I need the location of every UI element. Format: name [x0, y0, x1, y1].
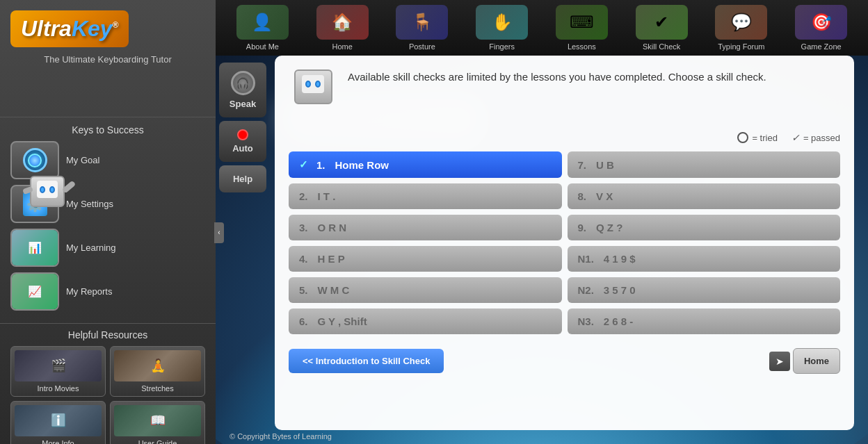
mascot-body	[30, 176, 65, 207]
logo-subtitle: The Ultimate Keyboarding Tutor	[10, 54, 205, 65]
skill-check-btn-10[interactable]: N1.4 1 9 $	[568, 246, 841, 272]
skill-check-btn-3[interactable]: 3.O R N	[289, 215, 562, 240]
nav-lessons[interactable]: ⌨ Lessons	[556, 5, 608, 51]
left-panel: 🎧 Speak Auto Help	[216, 56, 271, 199]
goal-inner	[28, 154, 42, 167]
logo-key: Key	[72, 16, 113, 41]
learning-label: My Learning	[66, 242, 116, 253]
skill-check-btn-7[interactable]: 7.U B	[568, 151, 841, 178]
resources-grid: 🎬 Intro Movies 🧘 Stretches ℹ️ More Info …	[10, 346, 205, 444]
speak-icon: 🎧	[231, 71, 255, 95]
goal-label: My Goal	[66, 155, 99, 165]
stretches-label: Stretches	[141, 384, 173, 393]
skill-check-icon: ✔	[636, 5, 688, 40]
skill-check-btn-4[interactable]: 4.H E P	[289, 246, 562, 272]
sidebar-item-reports[interactable]: 📈 My Reports	[10, 272, 205, 311]
auto-record-icon	[237, 129, 248, 140]
home-arrow-icon: ➤	[769, 352, 790, 371]
speak-button[interactable]: 🎧 Speak	[219, 63, 266, 117]
resource-intro-movies[interactable]: 🎬 Intro Movies	[10, 346, 106, 397]
learning-icon-box: 📊	[10, 229, 59, 267]
skill-check-btn-11[interactable]: N2.3 5 7 0	[568, 277, 841, 303]
keys-title: Keys to Success	[10, 124, 205, 135]
mascot-eyes	[40, 186, 55, 193]
goal-icon-box	[10, 141, 59, 179]
sidebar-item-goal[interactable]: My Goal	[10, 141, 205, 179]
mascot	[24, 176, 70, 231]
intro-movies-label: Intro Movies	[38, 384, 79, 393]
intro-movies-thumb: 🎬	[15, 350, 102, 381]
skill-check-btn-6[interactable]: 6.G Y , Shift	[289, 309, 562, 334]
learning-thumb-img: 📊	[12, 230, 58, 265]
nav-skill-check[interactable]: ✔ Skill Check	[636, 5, 688, 51]
skill-header: Available skill checks are limited by th…	[289, 69, 840, 118]
lessons-icon: ⌨	[556, 5, 608, 40]
copyright: © Copyright Bytes of Learning	[230, 432, 332, 441]
stretches-thumb: 🧘	[114, 350, 201, 381]
reports-thumb-img: 📈	[12, 274, 58, 309]
nav-home[interactable]: 🏠 Home	[316, 5, 369, 51]
home-button[interactable]: Home	[793, 348, 840, 374]
mascot-eye-left	[40, 186, 45, 193]
nav-lessons-label: Lessons	[568, 42, 596, 51]
skill-mascot-eye-left	[305, 81, 311, 88]
intro-skill-check-button[interactable]: << Introduction to Skill Check	[289, 349, 444, 373]
skill-mascot-eye-right	[315, 81, 321, 88]
speak-label: Speak	[230, 99, 256, 109]
nav-typing-forum[interactable]: 💬 Typing Forum	[715, 5, 767, 51]
nav-game-zone-label: Game Zone	[801, 42, 842, 51]
sidebar-toggle[interactable]: ‹	[214, 222, 224, 243]
resource-stretches[interactable]: 🧘 Stretches	[110, 346, 205, 397]
home-icon: 🏠	[316, 5, 369, 40]
user-guide-label: User Guide	[138, 439, 177, 444]
logo-text: UltraKey®	[21, 16, 118, 41]
user-guide-icon: 📖	[114, 405, 201, 436]
nav-home-label: Home	[332, 42, 352, 51]
skill-check-grid: ✓1.Home Row7.U B2.I T .8.V X3.O R N9.Q Z…	[289, 151, 840, 334]
logo-registered: ®	[113, 20, 119, 30]
skill-check-btn-12[interactable]: N3.2 6 8 -	[568, 309, 841, 334]
skill-check-btn-5[interactable]: 5.W M C	[289, 277, 562, 303]
sidebar-item-learning[interactable]: 📊 My Learning	[10, 229, 205, 267]
auto-button[interactable]: Auto	[219, 121, 266, 162]
skill-check-btn-8[interactable]: 8.V X	[568, 183, 841, 209]
typing-forum-icon: 💬	[715, 5, 767, 40]
resource-user-guide[interactable]: 📖 User Guide	[110, 401, 205, 444]
resources-title: Helpful Resources	[10, 329, 205, 340]
help-button[interactable]: Help	[219, 165, 266, 192]
more-info-icon: ℹ️	[15, 405, 102, 436]
tried-circle-icon	[737, 132, 748, 143]
mascot-eye-right	[49, 186, 55, 193]
reports-icon-box: 📈	[10, 272, 59, 311]
game-zone-icon: 🎯	[795, 5, 847, 40]
nav-about-label: About Me	[246, 42, 279, 51]
posture-icon: 🪑	[396, 5, 448, 40]
skill-mascot	[289, 69, 337, 118]
mascot-face	[37, 181, 58, 198]
logo-ultra: Ultra	[21, 16, 72, 41]
resource-more-info[interactable]: ℹ️ More Info	[10, 401, 106, 444]
nav-game-zone[interactable]: 🎯 Game Zone	[795, 5, 847, 51]
sidebar: UltraKey® The Ultimate Keyboarding Tutor	[0, 0, 216, 444]
nav-typing-forum-label: Typing Forum	[718, 42, 764, 51]
logo-area: UltraKey® The Ultimate Keyboarding Tutor	[0, 0, 216, 117]
fingers-icon: ✋	[476, 5, 528, 40]
nav-fingers[interactable]: ✋ Fingers	[476, 5, 528, 51]
skill-check-btn-1[interactable]: ✓1.Home Row	[289, 151, 562, 178]
more-info-thumb: ℹ️	[15, 405, 102, 436]
skill-check-btn-2[interactable]: 2.I T .	[289, 183, 562, 209]
help-label: Help	[233, 174, 252, 184]
legend-tried: = tried	[737, 132, 778, 143]
user-guide-thumb: 📖	[114, 405, 201, 436]
nav-about-me[interactable]: 👤 About Me	[236, 5, 289, 51]
skill-mascot-face	[302, 75, 324, 93]
nav-fingers-label: Fingers	[489, 42, 515, 51]
nav-posture[interactable]: 🪑 Posture	[396, 5, 448, 51]
stretches-icon: 🧘	[114, 350, 201, 381]
passed-check-icon: ✓	[791, 132, 800, 143]
skill-check-btn-9[interactable]: 9.Q Z ?	[568, 215, 841, 240]
nav-posture-label: Posture	[409, 42, 435, 51]
passed-label: = passed	[803, 133, 840, 143]
auto-label: Auto	[232, 143, 253, 154]
goal-icon	[23, 148, 47, 172]
